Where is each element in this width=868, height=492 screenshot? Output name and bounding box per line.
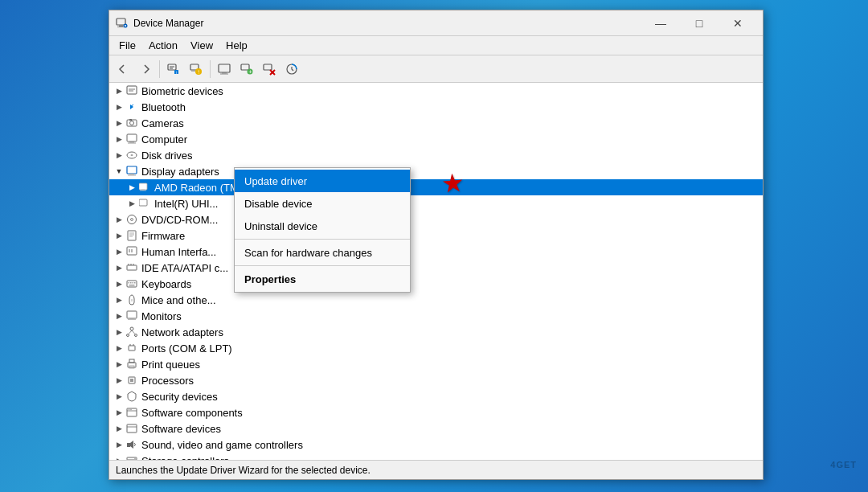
ctx-uninstall-device[interactable]: Uninstall device (235, 215, 410, 237)
expand-icon[interactable]: ▶ (113, 438, 125, 451)
tree-item-storage[interactable]: ▶ Storage controllers (109, 453, 763, 460)
svg-rect-44 (128, 231, 136, 240)
tree-item-intel[interactable]: ▶ Intel(R) UHI... (109, 195, 763, 211)
expand-icon[interactable]: ▶ (113, 117, 125, 129)
svg-rect-36 (129, 174, 134, 175)
svg-rect-82 (127, 424, 137, 433)
ctx-update-driver[interactable]: Update driver (235, 170, 410, 192)
svg-line-68 (129, 330, 132, 334)
expand-icon[interactable]: ▶ (113, 261, 125, 274)
svg-rect-77 (130, 379, 133, 382)
cameras-label: Cameras (141, 117, 184, 129)
tree-item-display[interactable]: ▼ Display adapters (109, 163, 763, 179)
tree-item-softdev[interactable]: ▶ Software devices (109, 420, 763, 437)
menu-file[interactable]: File (113, 38, 142, 53)
sound-icon (125, 438, 138, 451)
tree-item-disk[interactable]: ▶ Disk drives (109, 147, 763, 163)
expand-icon[interactable]: ▶ (113, 310, 125, 322)
status-text: Launches the Update Driver Wizard for th… (116, 465, 371, 476)
menu-view[interactable]: View (184, 38, 219, 53)
tree-item-ide[interactable]: ▶ IDE ATA/ATAPI c... (109, 260, 763, 276)
expand-icon[interactable]: ▶ (113, 277, 125, 290)
security-icon (125, 390, 138, 403)
screen-button[interactable] (214, 59, 235, 80)
expand-icon[interactable]: ▶ (113, 390, 125, 403)
expand-icon[interactable]: ▶ (113, 149, 125, 162)
tree-item-cameras[interactable]: ▶ Cameras (109, 115, 763, 131)
tree-item-firmware[interactable]: ▶ Firmware (109, 228, 763, 244)
tree-item-dvd[interactable]: ▶ DVD/CD-ROM... (109, 211, 763, 228)
svg-point-67 (135, 334, 137, 337)
tree-item-biometric[interactable]: ▶ Biometric devices (109, 83, 763, 99)
tree-item-ports[interactable]: ▶ Ports (COM & LPT) (109, 340, 763, 356)
computer-icon (125, 133, 138, 146)
tree-item-bluetooth[interactable]: ▶ Bluetooth (109, 99, 763, 115)
properties-button[interactable]: i (163, 59, 184, 80)
expand-icon[interactable]: ▶ (113, 406, 125, 419)
close-button[interactable]: ✕ (719, 11, 756, 35)
expand-icon[interactable]: ▶ (113, 374, 125, 387)
storage-label: Storage controllers (141, 455, 229, 461)
expand-icon[interactable]: ▶ (125, 197, 138, 210)
tree-item-sound[interactable]: ▶ Sound, video and game controllers (109, 437, 763, 453)
expand-icon[interactable]: ▼ (113, 165, 125, 178)
expand-icon[interactable]: ▶ (113, 213, 125, 226)
expand-icon[interactable]: ▶ (113, 422, 125, 435)
expand-icon[interactable]: ▶ (113, 84, 125, 97)
ports-label: Ports (COM & LPT) (141, 342, 232, 355)
device-tree[interactable]: ▶ Biometric devices ▶ Bluetooth (109, 83, 763, 460)
tree-item-keyboard[interactable]: ▶ Keyboards (109, 276, 763, 292)
update-driver-label: Update driver (244, 175, 307, 187)
expand-icon[interactable]: ▶ (113, 100, 125, 113)
ctx-scan-hardware[interactable]: Scan for hardware changes (235, 241, 410, 264)
menu-bar: File Action View Help (109, 36, 763, 55)
add-device-button[interactable]: + (236, 59, 257, 80)
expand-icon[interactable]: ▶ (113, 342, 125, 355)
tree-item-print[interactable]: ▶ Print queues (109, 356, 763, 372)
back-button[interactable] (113, 59, 133, 80)
tree-item-mice[interactable]: ▶ Mice and othe... (109, 292, 763, 308)
expand-icon[interactable]: ▶ (113, 245, 125, 258)
minimize-button[interactable]: — (642, 11, 679, 35)
svg-rect-38 (139, 183, 147, 190)
network-icon (125, 326, 138, 338)
svg-rect-74 (129, 359, 134, 363)
storage-icon (125, 454, 138, 460)
expand-icon[interactable]: ▶ (113, 358, 125, 371)
tree-item-computer[interactable]: ▶ Computer (109, 131, 763, 147)
menu-action[interactable]: Action (142, 38, 184, 53)
tree-item-processors[interactable]: ▶ Processors (109, 372, 763, 388)
update-driver-button[interactable]: ↑ (186, 59, 207, 80)
toolbar: i ↑ + (109, 55, 763, 83)
remove-device-button[interactable] (259, 59, 280, 80)
expand-icon[interactable]: ▶ (113, 133, 125, 146)
intel-icon (138, 197, 151, 210)
svg-rect-70 (129, 346, 135, 351)
expand-icon[interactable]: ▶ (113, 293, 125, 306)
svg-rect-16 (220, 73, 228, 74)
tree-item-softcomp[interactable]: ▶ Software components (109, 404, 763, 420)
maximize-button[interactable]: □ (681, 11, 718, 35)
svg-rect-11 (191, 71, 195, 72)
tree-item-security[interactable]: ▶ Security devices (109, 388, 763, 404)
tree-item-amd[interactable]: ▶ AMD Radeon (TM) RX 640 (109, 179, 763, 195)
svg-rect-29 (129, 119, 132, 121)
expand-icon[interactable]: ▶ (125, 181, 138, 194)
svg-rect-41 (139, 199, 147, 206)
bluetooth-label: Bluetooth (141, 101, 186, 113)
hid-icon (125, 245, 138, 258)
ctx-disable-device[interactable]: Disable device (235, 192, 410, 215)
ctx-properties[interactable]: Properties (235, 268, 410, 290)
tree-item-hid[interactable]: ▶ Human Interfa... (109, 244, 763, 260)
firmware-icon (125, 229, 138, 242)
menu-help[interactable]: Help (219, 38, 254, 53)
scan-button[interactable] (281, 59, 302, 80)
expand-icon[interactable]: ▶ (113, 229, 125, 242)
properties-label: Properties (244, 273, 296, 285)
expand-icon[interactable]: ▶ (113, 454, 125, 460)
tree-item-monitors[interactable]: ▶ Monitors (109, 308, 763, 324)
expand-icon[interactable]: ▶ (113, 326, 125, 338)
svg-point-42 (128, 215, 137, 224)
forward-button[interactable] (135, 59, 156, 80)
tree-item-network[interactable]: ▶ Network adapters (109, 324, 763, 340)
